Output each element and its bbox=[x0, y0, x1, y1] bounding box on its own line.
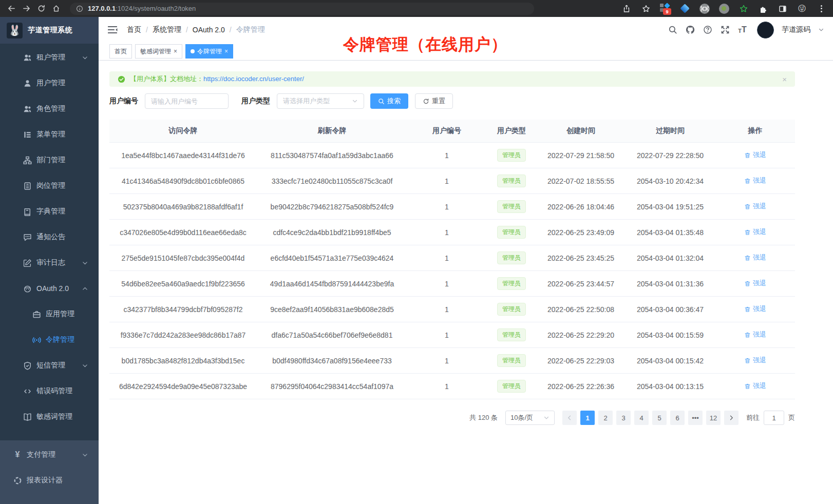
sidebar-item-oauth2[interactable]: OAuth 2.0 bbox=[0, 276, 99, 301]
sidebar-item-report-designer[interactable]: 报表设计器 bbox=[0, 468, 99, 493]
fullscreen-icon[interactable] bbox=[720, 25, 730, 35]
collapse-menu-icon[interactable] bbox=[107, 25, 118, 34]
force-logout-label: 强退 bbox=[753, 356, 766, 365]
sidebar-item-dept[interactable]: 部门管理 bbox=[0, 147, 99, 173]
force-logout-button[interactable]: 强退 bbox=[744, 330, 766, 339]
table-row: 41c41346a548490f9dc8b01c6bfe0865333ecfc7… bbox=[109, 168, 795, 194]
page-2-button[interactable]: 2 bbox=[598, 411, 613, 425]
avatar[interactable] bbox=[757, 22, 774, 38]
address-bar[interactable]: 127.0.0.1:1024/system/oauth2/token bbox=[70, 3, 534, 15]
prev-page-button[interactable] bbox=[562, 411, 577, 425]
forward-icon[interactable] bbox=[20, 2, 33, 15]
sidebar-item-label: 部门管理 bbox=[36, 156, 65, 165]
page-12-button[interactable]: 12 bbox=[706, 411, 721, 425]
home-icon[interactable] bbox=[50, 2, 63, 15]
cell-user-type: 管理员 bbox=[486, 194, 537, 220]
sidebar-item-tenant[interactable]: 租户管理 bbox=[0, 45, 99, 70]
sidebar-item-dict[interactable]: 字典管理 bbox=[0, 199, 99, 224]
ext-blocks-badge-icon[interactable]: 9 bbox=[659, 2, 672, 15]
sidebar-item-post[interactable]: 岗位管理 bbox=[0, 173, 99, 199]
site-info-icon[interactable] bbox=[76, 5, 83, 12]
kebab-menu-icon[interactable] bbox=[815, 2, 828, 15]
page-3-button[interactable]: 3 bbox=[616, 411, 631, 425]
alert-close-icon[interactable]: × bbox=[782, 75, 787, 83]
sidebar-item-oauth2-app[interactable]: 应用管理 bbox=[0, 301, 99, 327]
page-4-button[interactable]: 4 bbox=[634, 411, 649, 425]
column-header: 访问令牌 bbox=[109, 120, 257, 143]
search-button[interactable]: 搜索 bbox=[370, 93, 408, 109]
cell-refresh-token: 333ecfc71e02480cb11055c875c3ca0f bbox=[257, 168, 407, 194]
page-more-button[interactable]: ••• bbox=[688, 411, 703, 425]
ext-emoji-avatar-icon[interactable]: 😜 bbox=[796, 2, 808, 15]
sidebar-item-oauth2-token[interactable]: 令牌管理 bbox=[0, 327, 99, 353]
force-logout-button[interactable]: 强退 bbox=[744, 253, 766, 262]
sidebar-item-sensitive-word[interactable]: 敏感词管理 bbox=[0, 404, 99, 430]
alert-doc-link[interactable]: https://doc.iocoder.cn/user-center/ bbox=[203, 75, 304, 83]
ext-panel-icon[interactable] bbox=[776, 2, 789, 15]
force-logout-button[interactable]: 强退 bbox=[744, 176, 766, 185]
close-icon[interactable]: × bbox=[174, 48, 177, 54]
force-logout-button[interactable]: 强退 bbox=[744, 304, 766, 314]
cell-user-id: 1 bbox=[407, 348, 486, 374]
logo-rabbit-icon: 🐰 bbox=[7, 23, 23, 38]
reset-button[interactable]: 重置 bbox=[415, 93, 453, 109]
force-logout-button[interactable]: 强退 bbox=[744, 381, 766, 391]
breadcrumb-item[interactable]: OAuth 2.0 bbox=[193, 26, 225, 34]
search-icon[interactable] bbox=[668, 25, 677, 35]
user-type-badge: 管理员 bbox=[497, 226, 526, 239]
ext-green-star-icon[interactable] bbox=[737, 2, 750, 15]
user-type-select[interactable]: 请选择用户类型 bbox=[277, 93, 364, 109]
ext-blue-diamond-icon[interactable] bbox=[678, 2, 691, 15]
next-page-button[interactable] bbox=[724, 411, 739, 425]
breadcrumb-item[interactable]: 系统管理 bbox=[153, 25, 181, 34]
close-icon[interactable]: × bbox=[224, 48, 228, 54]
sidebar-item-pay[interactable]: ¥支付管理 bbox=[0, 442, 99, 468]
sidebar-item-notice[interactable]: 通知公告 bbox=[0, 224, 99, 250]
sidebar: 🐰 芋道管理系统 租户管理用户管理角色管理菜单管理部门管理岗位管理字典管理通知公… bbox=[0, 17, 99, 504]
back-icon[interactable] bbox=[5, 2, 18, 15]
page-5-button[interactable]: 5 bbox=[652, 411, 667, 425]
chevron-down-icon[interactable] bbox=[818, 27, 824, 33]
menu-tree-icon bbox=[23, 130, 32, 139]
sidebar-item-sms[interactable]: 短信管理 bbox=[0, 353, 99, 378]
page-size-select[interactable]: 10条/页 bbox=[505, 411, 555, 425]
url-host: 127.0.0.1 bbox=[88, 5, 116, 12]
force-logout-button[interactable]: 强退 bbox=[744, 279, 766, 288]
font-size-icon[interactable]: TT bbox=[737, 25, 747, 35]
force-logout-button[interactable]: 强退 bbox=[744, 356, 766, 365]
user-type-badge: 管理员 bbox=[497, 354, 526, 367]
sidebar-item-menu[interactable]: 菜单管理 bbox=[0, 122, 99, 147]
breadcrumb-separator: / bbox=[186, 26, 188, 34]
github-icon[interactable] bbox=[685, 25, 695, 35]
force-logout-button[interactable]: 强退 bbox=[744, 202, 766, 211]
user-id-input[interactable] bbox=[145, 93, 229, 109]
sidebar-logo[interactable]: 🐰 芋道管理系统 bbox=[0, 17, 99, 44]
sidebar-item-label: 支付管理 bbox=[27, 450, 55, 459]
cell-expire-time: 2054-03-04 00:15:42 bbox=[625, 348, 715, 374]
force-logout-button[interactable]: 强退 bbox=[744, 150, 766, 160]
tab-sensitive-word[interactable]: 敏感词管理× bbox=[135, 44, 182, 59]
success-check-icon bbox=[118, 75, 125, 83]
sidebar-item-label: 用户管理 bbox=[36, 79, 65, 88]
force-logout-button[interactable]: 强退 bbox=[744, 227, 766, 237]
sidebar-item-user[interactable]: 用户管理 bbox=[0, 70, 99, 96]
page-1-button[interactable]: 1 bbox=[580, 411, 595, 425]
bookmark-star-icon[interactable] bbox=[639, 2, 652, 15]
ext-green-dot-circle-icon[interactable] bbox=[717, 2, 730, 15]
ext-puzzle-icon[interactable] bbox=[756, 2, 769, 15]
tab-token[interactable]: 令牌管理× bbox=[185, 44, 233, 59]
role-users-icon bbox=[23, 104, 32, 113]
help-icon[interactable] bbox=[703, 25, 712, 35]
ext-command-circle-icon[interactable] bbox=[698, 2, 711, 15]
column-header: 操作 bbox=[715, 120, 795, 143]
sidebar-item-audit[interactable]: 审计日志 bbox=[0, 250, 99, 276]
page-6-button[interactable]: 6 bbox=[670, 411, 685, 425]
sidebar-item-role[interactable]: 角色管理 bbox=[0, 96, 99, 122]
sidebar-item-errcode[interactable]: 错误码管理 bbox=[0, 378, 99, 404]
breadcrumb-item[interactable]: 首页 bbox=[127, 25, 141, 34]
share-icon[interactable] bbox=[620, 2, 633, 15]
tab-home[interactable]: 首页 bbox=[109, 44, 132, 59]
reload-icon[interactable] bbox=[35, 2, 48, 15]
username[interactable]: 芋道源码 bbox=[782, 25, 810, 34]
goto-page-input[interactable] bbox=[764, 411, 784, 425]
